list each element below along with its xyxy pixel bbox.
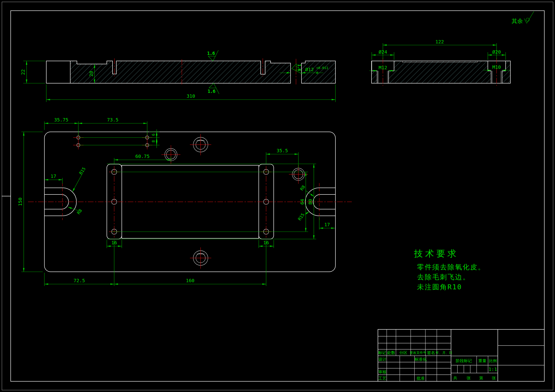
dim-dia12: Ø12 (305, 67, 314, 72)
dim-6-8: 6 8 (151, 132, 157, 145)
tb-count: 处数 (387, 350, 395, 355)
dim-dia24: Ø24 (379, 49, 387, 55)
tb-weight: 重量 (478, 358, 486, 363)
dim-73-5: 73.5 (78, 117, 147, 123)
title-block: 标记 处数 分区 更改文件号 签名 年、月、日 设计 标准化 审核 工艺 批准 … (378, 329, 544, 381)
front-section-view: 22 20 310 Ø12 +0.011 0 1.6 1.6 (20, 50, 336, 102)
dim-60-75: 60.75 (114, 153, 171, 160)
tb-approve: 批准 (416, 376, 425, 381)
dim-16-right-label: 16 (263, 240, 269, 245)
dim-17-left-label: 17 (51, 173, 56, 179)
dim-160: 160 (114, 278, 266, 284)
dim-72-5-label: 72.5 (73, 278, 85, 283)
tb-process: 工艺 (378, 376, 387, 381)
dim-73-5-label: 73.5 (107, 117, 118, 123)
dim-tol-lower: 0 (316, 71, 318, 75)
dim-16-right: 16 (259, 240, 274, 246)
dim-20: 20 (88, 71, 94, 77)
radius-r8-right: R8 (299, 184, 306, 191)
dim-22: 22 (20, 69, 26, 75)
dim-m12: M12 (379, 65, 387, 71)
dim-17-right-label: 17 (324, 222, 330, 228)
tech-req-line-2: 去除毛刺飞边。 (417, 273, 470, 281)
border-frame (2, 2, 553, 390)
surface-roughness-top: 1.6 (207, 50, 218, 61)
cad-canvas: 22 20 310 Ø12 +0.011 0 1.6 1.6 (0, 0, 555, 392)
dim-m10: M10 (492, 64, 501, 70)
hole-center-marks (73, 133, 308, 269)
radius-r15-left: R15 (78, 166, 87, 176)
dim-310: 310 (187, 93, 195, 99)
dim-35-75: 35.75 (44, 117, 78, 123)
tb-scale-value: 1:1 (489, 366, 497, 372)
tb-standardization: 标准化 (415, 357, 427, 362)
radius-r8-left: R8 (76, 208, 83, 215)
dim-122: 122 (435, 39, 444, 45)
rest-note-text: 其余 (511, 18, 523, 24)
tb-date: 年、月、日 (436, 351, 452, 355)
tb-check: 审核 (378, 370, 387, 374)
tb-stage-mark: 阶段标记 (456, 358, 472, 363)
tb-mark: 标记 (378, 350, 386, 355)
tb-sheet: 张 (492, 376, 496, 380)
dim-160-label: 160 (186, 278, 194, 283)
roughness-value: 1.6 (207, 51, 215, 56)
dim-dia20: Ø20 (492, 49, 501, 55)
dim-6-label: 6 (151, 134, 156, 136)
tb-zone: 分区 (399, 350, 407, 355)
dim-64: 64 (299, 172, 306, 232)
tb-no: 第 (479, 376, 483, 380)
dim-64-label: 64 (299, 199, 305, 205)
dim-tol-upper: +0.011 (316, 66, 328, 70)
side-section-view: 122 Ø24 Ø20 M12 M10 (369, 39, 510, 86)
tb-scale: 比例 (489, 358, 497, 363)
dim-16-left: 16 (107, 240, 122, 246)
tb-signature: 签名 (427, 350, 435, 355)
tech-requirements: 技术要求 零件须去除氧化皮。 去除毛刺飞边。 未注圆角R10 (414, 249, 485, 291)
dim-length-310: 310 (46, 85, 336, 102)
dim-60-75-label: 60.75 (135, 153, 150, 159)
rest-surfaces-note: 其余 (511, 11, 534, 24)
dim-17-right: 17 (319, 222, 335, 228)
dim-35-75-label: 35.75 (54, 117, 68, 123)
dim-8-label: 8 (151, 140, 156, 143)
dim-72-5: 72.5 (44, 278, 114, 284)
tech-req-line-3: 未注圆角R10 (417, 283, 462, 291)
dim-122: 122 (383, 39, 497, 59)
tech-req-line-1: 零件须去除氧化皮。 (417, 263, 485, 271)
dim-35-5: 35.5 (266, 148, 298, 154)
radius-r15-right: R15 (297, 212, 306, 221)
tb-sheets: 张 (467, 376, 471, 380)
roughness-basic-icon (524, 11, 534, 23)
roughness-value: 1.6 (297, 64, 301, 71)
dim-150-label: 150 (17, 198, 23, 206)
dim-150: 150 (17, 132, 24, 272)
surface-roughness-bottom: 1.6 (208, 83, 219, 94)
dim-80-label: 80 (307, 199, 313, 205)
dim-35-5-label: 35.5 (277, 148, 288, 153)
radius-leaders: R15 R8 R8 R15 (68, 166, 314, 221)
notch-centerlines (62, 183, 319, 220)
tb-design: 设计 (378, 357, 387, 362)
tb-total: 共 (453, 376, 457, 380)
plan-view: 35.75 73.5 6 8 60.75 35.5 17 17 (17, 117, 352, 286)
holes (77, 136, 305, 265)
dim-16-left-label: 16 (111, 240, 117, 245)
dim-17-left: 17 (44, 173, 62, 180)
dim-thickness-22: 22 (20, 61, 45, 83)
tech-req-title: 技术要求 (414, 249, 459, 259)
extension-lines (21, 121, 319, 286)
roughness-value: 1.6 (208, 89, 216, 94)
tb-change-doc: 更改文件号 (410, 351, 426, 355)
dim-80: 80 (307, 164, 314, 239)
